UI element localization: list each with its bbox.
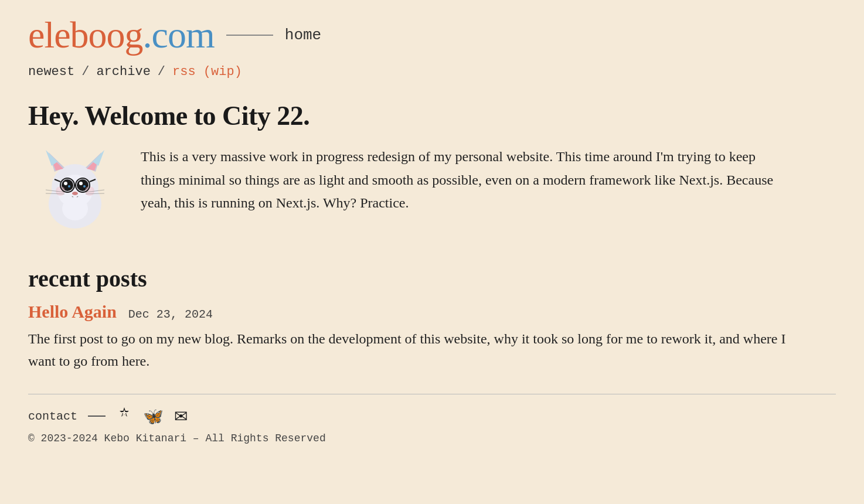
nav-archive[interactable]: archive [96,64,150,79]
post-date: Dec 23, 2024 [128,308,213,321]
recent-posts-title: recent posts [28,265,836,292]
site-title: eleboog.com [28,16,215,54]
nav-newest[interactable]: newest [28,64,74,79]
svg-point-23 [62,197,88,220]
email-icon[interactable]: ✉ [174,407,188,426]
svg-point-13 [68,185,70,188]
mascot-avatar [28,145,122,239]
post-excerpt: The first post to go on my new blog. Rem… [28,328,790,373]
footer-divider [28,394,836,394]
home-label: home [285,26,321,44]
butterfly-icon[interactable]: 🦋 [143,407,164,426]
footer-contact-line [88,416,106,417]
post-header: Hello Again Dec 23, 2024 [28,302,836,322]
welcome-title: Hey. Welcome to City 22. [28,100,836,131]
svg-point-14 [83,185,86,188]
footer-contact: contact 🦋 ✉ [28,406,836,427]
welcome-body: This is a very massive work in progress … [141,145,785,215]
svg-point-11 [64,182,67,185]
svg-point-12 [79,182,83,185]
post-title[interactable]: Hello Again [28,302,117,322]
site-footer: contact 🦋 ✉ © 2023-2024 Kebo Kitanari – … [28,406,836,444]
footer-copyright: © 2023-2024 Kebo Kitanari – All Rights R… [28,433,836,444]
recent-posts-section: recent posts Hello Again Dec 23, 2024 Th… [28,265,836,373]
welcome-content: This is a very massive work in progress … [28,145,836,239]
header-divider-line [226,35,273,36]
site-header: eleboog.com home [28,16,836,54]
mascot-svg [28,145,122,239]
welcome-section: Hey. Welcome to City 22. [28,100,836,239]
nav-sep-1: / [81,64,89,79]
bluesky-icon[interactable] [116,406,132,427]
nav-sep-2: / [158,64,165,79]
svg-point-15 [72,192,78,195]
nav-rss[interactable]: rss (wip) [172,64,242,79]
post-item: Hello Again Dec 23, 2024 The first post … [28,302,836,373]
contact-label: contact [28,410,77,423]
main-nav: newest / archive / rss (wip) [28,64,836,79]
site-title-text: eleboog [28,14,143,56]
site-title-dot: .com [143,14,215,56]
